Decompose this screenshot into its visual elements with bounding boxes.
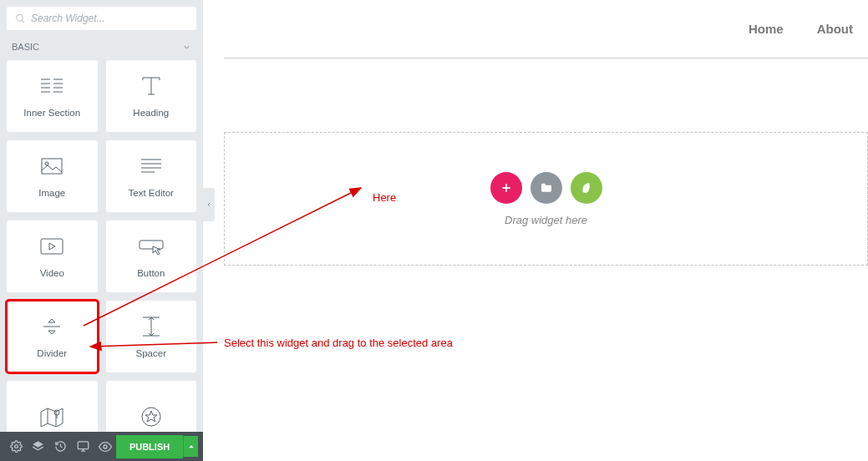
video-icon xyxy=(39,235,64,258)
layers-icon xyxy=(32,440,44,453)
dropzone-actions xyxy=(490,172,602,204)
gear-icon xyxy=(10,440,23,453)
navigator-button[interactable] xyxy=(28,432,50,461)
chevron-down-icon xyxy=(182,43,191,52)
folder-icon xyxy=(540,181,553,195)
search-box[interactable] xyxy=(7,7,196,30)
divider-icon xyxy=(40,315,63,338)
svg-point-0 xyxy=(17,14,23,21)
widget-text-editor[interactable]: Text Editor xyxy=(106,140,197,212)
publish-button[interactable]: PUBLISH xyxy=(116,435,183,458)
svg-point-16 xyxy=(45,162,48,165)
button-icon xyxy=(138,235,165,258)
svg-marker-22 xyxy=(49,243,55,250)
responsive-button[interactable] xyxy=(72,432,94,461)
svg-point-35 xyxy=(14,445,18,448)
star-badge-icon xyxy=(140,405,162,428)
nav-about[interactable]: About xyxy=(817,22,853,36)
image-icon xyxy=(40,155,63,178)
canvas-dropzone[interactable]: Drag widget here xyxy=(224,132,868,266)
nav-home[interactable]: Home xyxy=(749,22,784,36)
category-label: BASIC xyxy=(12,42,39,52)
history-button[interactable] xyxy=(49,432,72,461)
widget-divider[interactable]: Divider xyxy=(7,301,98,372)
widget-spacer[interactable]: Spacer xyxy=(106,301,197,372)
heading-icon xyxy=(140,74,163,98)
spacer-icon xyxy=(140,315,163,338)
chevron-left-icon xyxy=(206,200,212,209)
svg-point-32 xyxy=(54,410,59,415)
publish-dropdown[interactable] xyxy=(183,436,198,457)
settings-button[interactable] xyxy=(5,432,28,461)
widget-heading[interactable]: Heading xyxy=(106,60,197,132)
history-icon xyxy=(54,440,67,453)
category-basic[interactable]: BASIC xyxy=(7,30,196,60)
map-icon xyxy=(39,405,64,428)
inner-section-icon xyxy=(39,74,64,98)
svg-line-1 xyxy=(22,20,24,23)
svg-rect-15 xyxy=(42,159,62,174)
add-template-button[interactable] xyxy=(530,172,562,204)
bottom-toolbar: PUBLISH xyxy=(0,432,203,461)
svg-marker-24 xyxy=(48,319,55,322)
dropzone-hint: Drag widget here xyxy=(505,214,587,226)
widget-video[interactable]: Video xyxy=(7,220,98,292)
svg-rect-23 xyxy=(140,241,163,249)
add-section-button[interactable] xyxy=(490,172,522,204)
search-icon xyxy=(15,13,26,24)
svg-marker-26 xyxy=(48,331,55,334)
plus-icon xyxy=(500,182,512,194)
widget-button[interactable]: Button xyxy=(106,220,197,292)
widget-inner-section[interactable]: Inner Section xyxy=(7,60,98,132)
monitor-icon xyxy=(77,440,89,453)
eye-icon xyxy=(99,440,112,453)
svg-point-39 xyxy=(104,445,107,448)
annotation-select: Select this widget and drag to the selec… xyxy=(224,337,453,349)
widget-image[interactable]: Image xyxy=(7,140,98,212)
preview-button[interactable] xyxy=(94,432,116,461)
svg-marker-40 xyxy=(189,445,193,448)
svg-rect-21 xyxy=(41,239,63,254)
leaf-icon xyxy=(580,181,593,195)
svg-rect-36 xyxy=(78,442,89,449)
svg-marker-34 xyxy=(145,411,157,422)
widget-panel: BASIC Inner Section Heading Image xyxy=(0,0,203,432)
search-input[interactable] xyxy=(31,13,188,24)
text-editor-icon xyxy=(140,155,163,178)
caret-up-icon xyxy=(188,443,195,450)
site-header: Home About xyxy=(224,0,868,58)
collapse-panel-button[interactable] xyxy=(203,188,215,221)
widget-grid: Inner Section Heading Image Text Editor … xyxy=(7,60,196,453)
envato-button[interactable] xyxy=(571,172,602,204)
